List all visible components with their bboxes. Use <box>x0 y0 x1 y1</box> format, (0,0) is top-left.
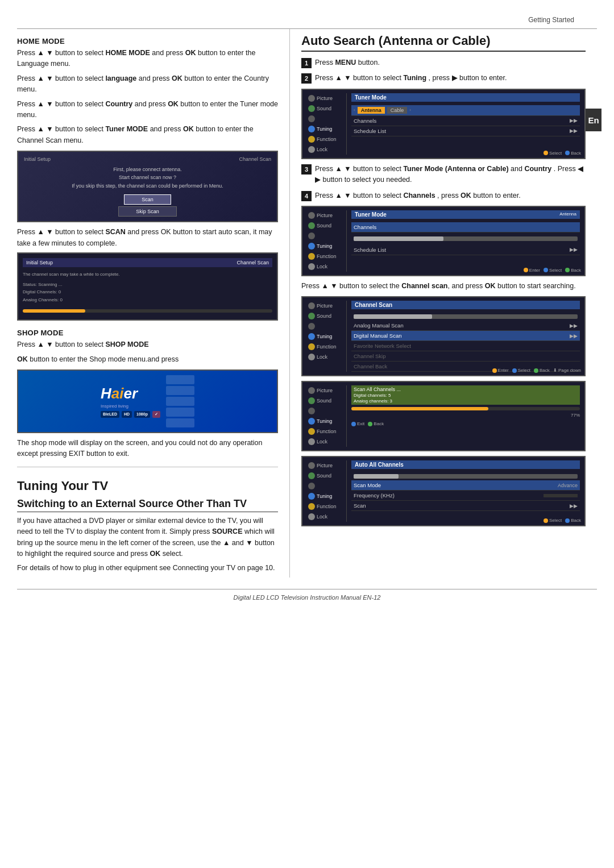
tv5-scan-arrow: ▶▶ <box>570 503 578 509</box>
switching-heading: Switching to an External Source Other Th… <box>17 498 278 512</box>
scanning-top-bar: Initial Setup Channel Scan <box>23 258 272 267</box>
tv3-digital-row: Digital Manual Scan ▶▶ <box>351 331 580 341</box>
tuning-icon <box>308 126 315 132</box>
function-icon <box>308 136 315 143</box>
antenna-pill: Antenna <box>358 107 385 114</box>
badge-hd: HD <box>122 411 132 418</box>
tv-schedule-row: Schedule List ▶▶ <box>351 126 580 136</box>
shop-mode-heading: SHOP MODE <box>17 329 278 337</box>
tv3-analog-arrow: ▶▶ <box>570 323 578 329</box>
tv4-function-label: Function <box>317 429 337 434</box>
tv2-function-label: Function <box>317 254 337 259</box>
tuning-section: Tuning Your TV Switching to an External … <box>17 479 278 574</box>
tv-screenshot-4: Picture Sound Tuning <box>301 381 586 451</box>
tv4-bottom-bar: Exit Back <box>351 421 580 426</box>
scanning-left: Initial Setup <box>26 260 53 265</box>
tv4-scan-status-bar: Scan All Channels ... Digital channels: … <box>351 385 580 405</box>
skip-scan-button[interactable]: Skip Scan <box>118 206 177 217</box>
step-num-1: 1 <box>301 58 312 68</box>
tv3-page-btn: ⬇ Page down <box>553 368 581 373</box>
tv4-progress-fill <box>351 407 488 410</box>
setup-line3: If you skip this step, the channel scan … <box>24 182 271 190</box>
tv4-blank <box>307 406 344 416</box>
tv2-schedule-arrow: ▶▶ <box>570 247 578 252</box>
shop-mode-step1: Press ▲ ▼ button to select SHOP MODE <box>17 339 278 350</box>
tv5-progress-area <box>351 472 580 480</box>
scan-status: The channel scan may take a while to com… <box>23 271 272 279</box>
scanning-right: Channel Scan <box>237 260 269 265</box>
scanning-screenshot: Initial Setup Channel Scan The channel s… <box>17 252 278 321</box>
home-mode-heading: HOME MODE <box>17 37 278 45</box>
tv3-lock-label: Lock <box>317 354 327 360</box>
tv5-freq-bar <box>544 494 578 497</box>
tv5-scanmode-label: Scan Mode <box>354 482 558 488</box>
shop-icon-5 <box>166 418 194 427</box>
tv3-back-dot <box>534 368 538 373</box>
tv3-back-btn: Back <box>534 368 550 373</box>
tv2-bottom-bar: Enter Select Back <box>524 268 581 273</box>
tv-tabs: ‹ Antenna Cable › <box>354 107 411 114</box>
tv2-lock: Lock <box>307 261 344 272</box>
tv-menu-sound-label: Sound <box>317 106 331 111</box>
sound-icon <box>308 105 315 112</box>
initial-setup-screenshot: Initial Setup Channel Scan First, please… <box>17 151 278 222</box>
tv5-lock: Lock <box>307 512 344 522</box>
digital-channels-info: Digital Channels: 0 <box>23 288 272 296</box>
tv5-picture-label: Picture <box>317 463 333 468</box>
tv3-progress-area <box>351 313 580 321</box>
tv2-antenna-label: Antenna <box>559 211 576 217</box>
tv5-sound-label: Sound <box>317 473 331 479</box>
tv3-analog-row: Analog Manual Scan ▶▶ <box>351 321 580 331</box>
tv3-lock-icon <box>308 354 315 360</box>
lock-icon <box>308 146 315 153</box>
step-num-2: 2 <box>301 73 312 84</box>
shop-logo: Haier <box>101 385 160 402</box>
tv3-function-label: Function <box>317 344 337 350</box>
tv-sidebar-5: Picture Sound Tuning <box>307 460 580 522</box>
tv-screenshot-5: Picture Sound Tuning <box>301 456 586 526</box>
step-3: 3 Press ▲ ▼ button to select Tuner Mode … <box>301 164 586 186</box>
tv3-select-dot <box>512 368 517 373</box>
tv4-tuning: Tuning <box>307 416 344 426</box>
switching-para2: For details of how to plug in other equi… <box>17 563 278 574</box>
tv3-favorite-row: Favorite Network Select <box>351 341 580 351</box>
tv2-sound: Sound <box>307 221 344 231</box>
tv3-picture-icon <box>308 302 315 309</box>
tv2-right-content: Tuner Mode Antenna Channels Schedule Lis… <box>347 210 580 272</box>
tv2-tuning-icon <box>308 243 315 250</box>
tv5-function: Function <box>307 501 344 512</box>
scan-button[interactable]: Scan <box>124 194 171 205</box>
channel-scan-note: Press ▲ ▼ button to select the Channel s… <box>301 281 586 292</box>
tv-channels-row: Channels ▶▶ <box>351 116 580 126</box>
tv2-select-btn: Select <box>544 268 562 273</box>
tv5-scan-row: Scan ▶▶ <box>351 501 580 511</box>
tv4-picture-icon <box>308 387 315 394</box>
tv-menu-lock-label: Lock <box>317 147 327 152</box>
tv5-select-dot <box>544 518 548 523</box>
tv5-select-btn: Select <box>544 518 562 523</box>
page-header: Getting Started <box>17 11 597 29</box>
tv2-title-bar: Tuner Mode Antenna <box>351 210 580 219</box>
tv-title-bar-1: Tuner Mode <box>351 93 580 102</box>
tv5-lock-label: Lock <box>317 514 327 520</box>
home-mode-step3: Press ▲ ▼ button to select Country and p… <box>17 99 278 121</box>
tv2-channels-row: Channels <box>351 222 580 232</box>
tv-menu-picture-label: Picture <box>317 95 333 101</box>
tv2-select-dot <box>544 268 548 272</box>
tv5-blank <box>307 481 344 491</box>
step-text-1: Press MENU button. <box>315 57 380 68</box>
tv2-function: Function <box>307 251 344 261</box>
channels-label: Channels <box>354 118 570 124</box>
tv5-back-btn: Back <box>565 518 581 523</box>
tv2-back-btn: Back <box>565 268 581 273</box>
tv5-progress-fill <box>354 474 399 479</box>
shop-mode-step2: OK button to enter the Shop mode menu.an… <box>17 354 278 365</box>
tv3-digital-arrow: ▶▶ <box>570 333 578 339</box>
tv4-sound-label: Sound <box>317 398 331 404</box>
tv3-right-content: Channel Scan Analog Manual Scan ▶▶ Digit… <box>347 301 580 372</box>
tv-chevron-left: ‹ <box>354 107 355 113</box>
tv5-sound: Sound <box>307 471 344 481</box>
divider-1 <box>17 467 278 467</box>
content-wrapper: HOME MODE Press ▲ ▼ button to select HOM… <box>0 29 614 578</box>
tv2-enter-btn: Enter <box>524 268 540 273</box>
